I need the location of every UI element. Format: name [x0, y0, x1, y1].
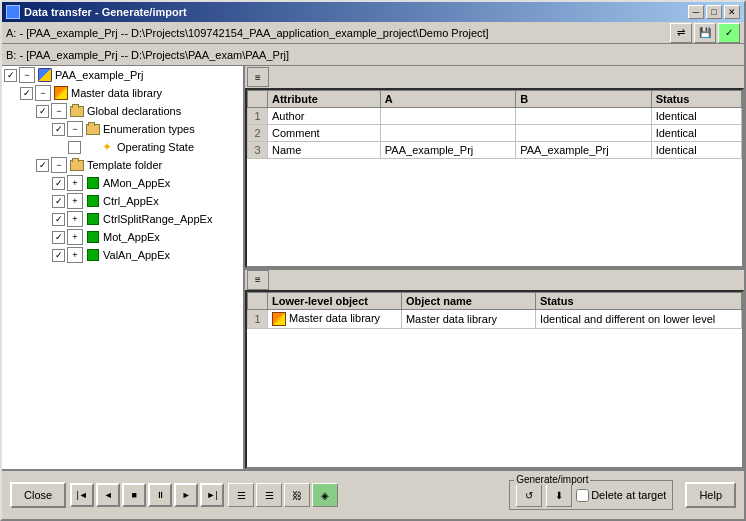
toolbar-compare-btn[interactable]: ⇌: [670, 23, 692, 43]
lower-objects-table: Lower-level object Object name Status 1 …: [247, 292, 742, 329]
cell-status: Identical: [651, 142, 741, 159]
upper-section-icon: ≡: [247, 67, 269, 87]
title-bar: Data transfer - Generate/import ─ □ ✕: [2, 2, 744, 22]
transport-play[interactable]: ►: [174, 483, 198, 507]
checkbox-valan[interactable]: [52, 249, 65, 262]
table-row[interactable]: 3 Name PAA_example_Prj PAA_example_Prj I…: [248, 142, 742, 159]
upper-table-wrap[interactable]: Attribute A B Status 1 Author Identical …: [245, 88, 744, 268]
list-item[interactable]: 1 Master data library Master data librar…: [248, 309, 742, 328]
view-list-btn[interactable]: ☰: [228, 483, 254, 507]
toolbar-save-btn[interactable]: 💾: [694, 23, 716, 43]
checkbox-ctrl[interactable]: [52, 195, 65, 208]
tree-item-enum[interactable]: − Enumeration types: [2, 120, 243, 138]
cell-a: PAA_example_Prj: [380, 142, 515, 159]
tree-item-opstate[interactable]: ✦ Operating State: [2, 138, 243, 156]
tree-item-root[interactable]: − PAA_example_Prj: [2, 66, 243, 84]
row-num: 1: [248, 108, 268, 125]
table-row[interactable]: 1 Author Identical: [248, 108, 742, 125]
lower-col-object-header: Lower-level object: [268, 292, 402, 309]
toolbar-settings-btn[interactable]: ✓: [718, 23, 740, 43]
expander-amon[interactable]: +: [67, 175, 83, 191]
toolbar-a: ⇌ 💾 ✓: [670, 23, 740, 43]
maximize-button[interactable]: □: [706, 5, 722, 19]
cell-lower-object: Master data library: [268, 309, 402, 328]
expander-ctrl[interactable]: +: [67, 193, 83, 209]
mdl-row-icon: [272, 312, 286, 326]
lower-section-icon: ≡: [247, 270, 269, 290]
col-status-header: Status: [651, 91, 741, 108]
checkbox-ctrlsplit[interactable]: [52, 213, 65, 226]
tree-item-global[interactable]: − Global declarations: [2, 102, 243, 120]
view-buttons: ☰ ☰ ⛓ ◈: [228, 483, 338, 507]
expander-template[interactable]: −: [51, 157, 67, 173]
cell-b: [516, 125, 651, 142]
generate-group: Generate/import ↺ ⬇ Delete at target: [509, 480, 673, 510]
view-details-btn[interactable]: ☰: [256, 483, 282, 507]
path-b-label: B: - [PAA_example_Prj -- D:\Projects\PAA…: [6, 49, 289, 61]
tree-label-ctrlsplit: CtrlSplitRange_AppEx: [103, 213, 212, 225]
transport-stop[interactable]: ■: [122, 483, 146, 507]
window-title: Data transfer - Generate/import: [24, 6, 187, 18]
transport-prev[interactable]: ◄: [96, 483, 120, 507]
tree-item-valan[interactable]: + ValAn_AppEx: [2, 246, 243, 264]
expander-global[interactable]: −: [51, 103, 67, 119]
expander-mdl[interactable]: −: [35, 85, 51, 101]
col-num-header: [248, 91, 268, 108]
tree-item-amon[interactable]: + AMon_AppEx: [2, 174, 243, 192]
checkbox-amon[interactable]: [52, 177, 65, 190]
tree-label-mot: Mot_AppEx: [103, 231, 160, 243]
template-icon: [69, 157, 85, 173]
view-settings-btn[interactable]: ◈: [312, 483, 338, 507]
expander-mot[interactable]: +: [67, 229, 83, 245]
cell-status: Identical: [651, 108, 741, 125]
gen-refresh-btn[interactable]: ↺: [516, 483, 542, 507]
generate-group-label: Generate/import: [514, 474, 590, 485]
upper-table-section: ≡ Attribute A B Status: [245, 66, 744, 268]
expander-enum[interactable]: −: [67, 121, 83, 137]
lower-col-status-header: Status: [535, 292, 741, 309]
tree-label-amon: AMon_AppEx: [103, 177, 170, 189]
checkbox-root[interactable]: [4, 69, 17, 82]
cell-b: [516, 108, 651, 125]
checkbox-opstate[interactable]: [68, 141, 81, 154]
view-chain-btn[interactable]: ⛓: [284, 483, 310, 507]
tree-item-ctrlsplit[interactable]: + CtrlSplitRange_AppEx: [2, 210, 243, 228]
help-button[interactable]: Help: [685, 482, 736, 508]
checkbox-mdl[interactable]: [20, 87, 33, 100]
tree-item-mdl[interactable]: − Master data library: [2, 84, 243, 102]
expander-root[interactable]: −: [19, 67, 35, 83]
right-panel: ≡ Attribute A B Status: [245, 66, 744, 469]
tree-label-enum: Enumeration types: [103, 123, 195, 135]
cell-status: Identical: [651, 125, 741, 142]
col-a-header: A: [380, 91, 515, 108]
tree-panel[interactable]: − PAA_example_Prj − Master data library: [2, 66, 245, 469]
tree-item-mot[interactable]: + Mot_AppEx: [2, 228, 243, 246]
tree-item-template[interactable]: − Template folder: [2, 156, 243, 174]
close-button[interactable]: Close: [10, 482, 66, 508]
transport-first[interactable]: |◄: [70, 483, 94, 507]
minimize-button[interactable]: ─: [688, 5, 704, 19]
checkbox-mot[interactable]: [52, 231, 65, 244]
checkbox-enum[interactable]: [52, 123, 65, 136]
table-row[interactable]: 2 Comment Identical: [248, 125, 742, 142]
checkbox-template[interactable]: [36, 159, 49, 172]
checkbox-global[interactable]: [36, 105, 49, 118]
global-icon: [69, 103, 85, 119]
tree-item-ctrl[interactable]: + Ctrl_AppEx: [2, 192, 243, 210]
lower-table-wrap[interactable]: Lower-level object Object name Status 1 …: [245, 290, 744, 470]
gen-import-btn[interactable]: ⬇: [546, 483, 572, 507]
delete-checkbox-label[interactable]: Delete at target: [576, 489, 666, 502]
delete-checkbox-text: Delete at target: [591, 489, 666, 501]
expander-ctrlsplit[interactable]: +: [67, 211, 83, 227]
opstate-icon: ✦: [99, 139, 115, 155]
attributes-table: Attribute A B Status 1 Author Identical …: [247, 90, 742, 159]
transport-pause[interactable]: ⏸: [148, 483, 172, 507]
delete-at-target-checkbox[interactable]: [576, 489, 589, 502]
path-b-bar: B: - [PAA_example_Prj -- D:\Projects\PAA…: [2, 44, 744, 66]
transport-last[interactable]: ►|: [200, 483, 224, 507]
close-button[interactable]: ✕: [724, 5, 740, 19]
lower-table-section: ≡ Lower-level object Object name Status: [245, 268, 744, 470]
expander-valan[interactable]: +: [67, 247, 83, 263]
row-num: 2: [248, 125, 268, 142]
amon-icon: [85, 175, 101, 191]
